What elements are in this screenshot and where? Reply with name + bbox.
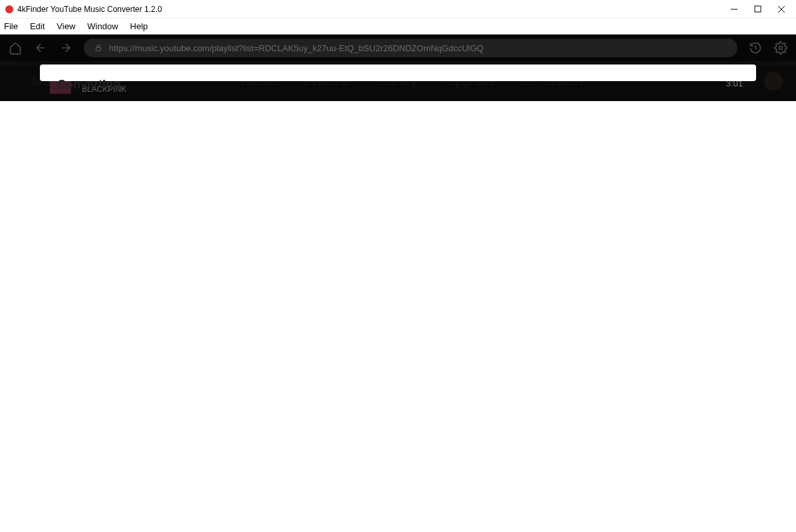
menu-file[interactable]: File: [4, 21, 18, 31]
menu-help[interactable]: Help: [130, 21, 148, 31]
settings-icon[interactable]: [773, 41, 788, 55]
window-maximize-button[interactable]: [754, 5, 761, 13]
svg-rect-1: [755, 6, 761, 12]
dialog-title: Converting: [40, 65, 756, 100]
lock-icon: [94, 44, 102, 52]
window-title: 4kFinder YouTube Music Converter 1.2.0: [17, 5, 730, 14]
back-icon[interactable]: [33, 41, 48, 55]
window-close-button[interactable]: [777, 5, 785, 13]
svg-rect-4: [96, 48, 101, 51]
forward-icon[interactable]: [59, 41, 73, 55]
history-icon[interactable]: [748, 41, 763, 55]
menu-edit[interactable]: Edit: [30, 21, 45, 31]
converting-dialog: Converting Title▲▼ Artist▲▼ Album▲▼ Dura…: [40, 65, 756, 81]
app-icon: [5, 5, 13, 13]
browser-toolbar: https://music.youtube.com/playlist?list=…: [0, 35, 796, 61]
svg-point-5: [779, 47, 783, 50]
window-minimize-button[interactable]: [730, 5, 738, 13]
url-text: https://music.youtube.com/playlist?list=…: [109, 43, 483, 53]
menubar: File Edit View Window Help: [0, 19, 796, 35]
home-icon[interactable]: [8, 41, 23, 55]
menu-window[interactable]: Window: [87, 21, 118, 31]
menu-view[interactable]: View: [57, 21, 75, 31]
window-titlebar: 4kFinder YouTube Music Converter 1.2.0: [0, 0, 796, 19]
url-bar[interactable]: https://music.youtube.com/playlist?list=…: [84, 39, 737, 57]
content-area: Music Home Explore Library Upgrade Searc…: [0, 61, 796, 101]
